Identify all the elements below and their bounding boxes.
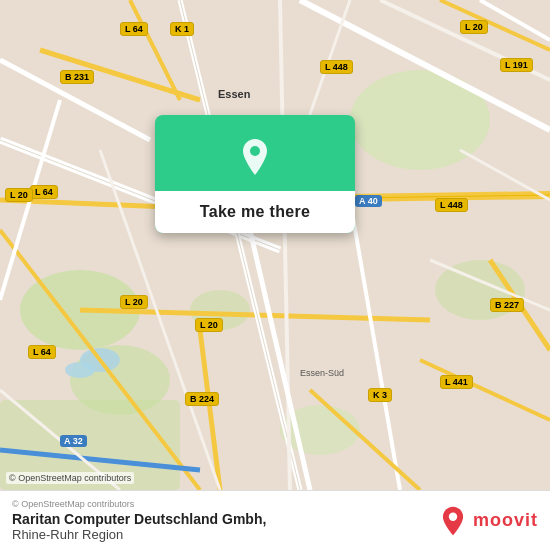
place-region: Rhine-Ruhr Region (12, 527, 266, 542)
svg-point-41 (449, 512, 457, 520)
bottom-bar: © OpenStreetMap contributors Raritan Com… (0, 490, 550, 550)
road-badge-l448-1: L 448 (320, 60, 353, 74)
take-me-there-button[interactable]: Take me there (155, 191, 355, 233)
moovit-logo: moovit (437, 505, 538, 537)
road-badge-l20-1: L 20 (5, 188, 33, 202)
place-name: Raritan Computer Deutschland Gmbh, (12, 511, 266, 527)
road-badge-b231: B 231 (60, 70, 94, 84)
sub-city-label: Essen-Süd (300, 368, 344, 378)
road-badge-l20-top: L 20 (460, 20, 488, 34)
popup-icon-area (155, 115, 355, 191)
road-badge-a40: A 40 (355, 195, 382, 207)
popup-card: Take me there (155, 115, 355, 233)
road-badge-l441: L 441 (440, 375, 473, 389)
road-badge-l64-2: L 64 (28, 345, 56, 359)
road-badge-b227: B 227 (490, 298, 524, 312)
road-badge-l64-top: L 64 (120, 22, 148, 36)
bottom-left: © OpenStreetMap contributors Raritan Com… (12, 499, 266, 542)
moovit-pin-icon (437, 505, 469, 537)
road-badge-l20-3: L 20 (195, 318, 223, 332)
svg-point-40 (250, 146, 260, 156)
svg-point-9 (65, 362, 95, 378)
city-label: Essen (218, 88, 250, 100)
road-badge-k3: K 3 (368, 388, 392, 402)
road-badge-k1: K 1 (170, 22, 194, 36)
bottom-attribution: © OpenStreetMap contributors (12, 499, 266, 509)
moovit-text: moovit (473, 510, 538, 531)
map-container: Essen Essen-Süd B 231 L 64 L 64 L 20 L 2… (0, 0, 550, 490)
road-badge-l191: L 191 (500, 58, 533, 72)
location-pin-icon (231, 133, 279, 181)
road-badge-a32: A 32 (60, 435, 87, 447)
road-badge-l64-1: L 64 (30, 185, 58, 199)
road-badge-l20-2: L 20 (120, 295, 148, 309)
map-attribution: © OpenStreetMap contributors (6, 472, 134, 484)
road-badge-l448-2: L 448 (435, 198, 468, 212)
road-badge-b224: B 224 (185, 392, 219, 406)
